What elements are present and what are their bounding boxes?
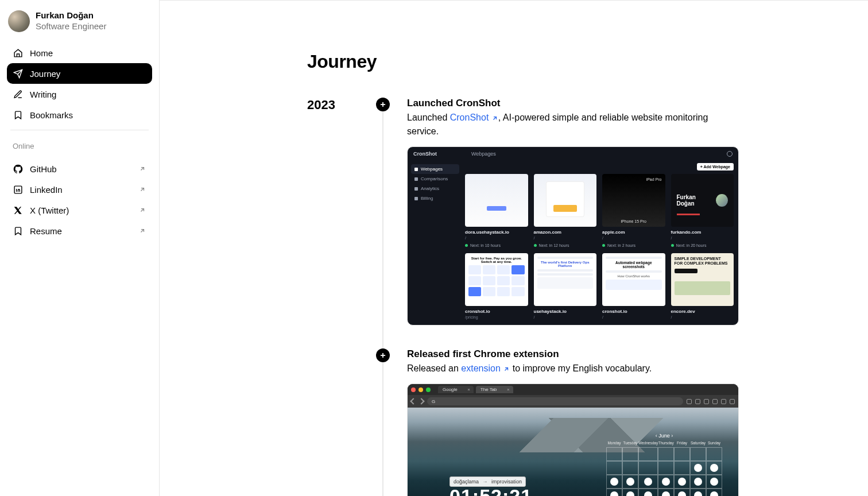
calendar: ‹ June › MondayTuesdayWednesdayThursdayF… [606,433,722,496]
calendar-weekday: Thursday [658,441,674,447]
browser-titlebar: Google× The Tab× [408,384,738,395]
nav-label: GitHub [30,164,57,174]
profile-name: Furkan Doğan [36,10,106,21]
sidebar-item-linkedin[interactable]: LinkedIn [7,179,152,200]
calendar-cell [690,475,706,489]
external-link-icon [138,185,146,193]
traffic-light-min-icon [418,388,423,392]
timeline-entry: Launched CronShot Launched CronShot , AI… [376,98,739,326]
timeline: 2023 Launched CronShot Launched CronShot [307,98,720,496]
calendar-cell [706,489,722,496]
nav-label: Writing [30,90,56,99]
cronshot-sidebar-item: Webpages [411,164,459,174]
calendar-cell [658,461,674,475]
main-content[interactable]: Journey 2023 Launched CronShot [160,0,868,496]
page-title: Journey [307,51,720,72]
sidebar: Furkan Doğan Software Engineer Home Jour… [0,0,160,496]
calendar-cell [606,461,622,475]
traffic-light-close-icon [411,388,416,392]
cronshot-top-tab: Webpages [471,151,496,157]
cronshot-screenshot: CronShot Webpages Webpages Comparisons A… [407,146,739,326]
calendar-cell [622,475,638,489]
browser-tab: The Tab× [476,386,513,393]
toolbar-icon [721,399,726,404]
entry-desc-post: to improve my English vocabulary. [510,363,652,373]
clock: 01:52:21 [450,485,532,496]
sidebar-item-github[interactable]: GitHub [7,158,152,179]
entry-desc-pre: Released an [407,363,461,373]
cronshot-sidebar-item: Analytics [411,184,459,193]
traffic-light-max-icon [426,388,431,392]
entry-desc-pre: Launched [407,113,450,122]
timeline-marker-icon [376,348,390,362]
sidebar-item-home[interactable]: Home [7,42,152,63]
calendar-cell [638,489,658,496]
url-input: G [427,397,683,405]
cronshot-sidebar-item: Comparisons [411,174,459,184]
online-section-label: Online [7,130,152,155]
external-link-icon [491,115,498,122]
calendar-cell [690,461,706,475]
newtab-background: doğaçlama → improvisation 01:52:21 ‹ Jun… [408,408,738,496]
nav-label: Journey [30,69,60,79]
nav-label: X (Twitter) [30,206,69,215]
calendar-cell [706,461,722,475]
calendar-cell [690,447,706,461]
nav-label: Resume [30,226,62,236]
calendar-cell [638,461,658,475]
toolbar-icon [687,399,692,404]
sidebar-item-writing[interactable]: Writing [7,84,152,104]
external-link-icon [503,366,510,373]
calendar-cell [622,461,638,475]
entry-title: Released first Chrome extension [407,348,739,360]
avatar [8,10,30,32]
profile-block[interactable]: Furkan Doğan Software Engineer [7,8,152,39]
gear-icon [727,151,733,157]
calendar-cell [690,489,706,496]
calendar-weekday: Saturday [690,441,706,447]
cronshot-sidebar-item: Billing [411,193,459,203]
online-nav: GitHub LinkedIn X (Twitter) [7,158,152,241]
close-icon: × [467,387,470,392]
calendar-weekday: Friday [674,441,690,447]
home-icon [13,48,23,58]
calendar-cell [674,447,690,461]
browser-urlbar: G [408,395,738,408]
cronshot-add-button: + Add Webpage [697,163,734,170]
calendar-cell [622,489,638,496]
toolbar-icon [730,399,735,404]
calendar-weekday: Sunday [706,441,722,447]
cronshot-grid: dora.usehaystack.io/ Next: in 10 hours a… [465,174,734,319]
cronshot-sidebar: Webpages Comparisons Analytics Billing [408,161,463,325]
calendar-cell [638,475,658,489]
close-icon: × [507,387,510,392]
linkedin-icon [13,184,23,195]
external-link-icon [138,227,146,235]
calendar-cell [658,475,674,489]
calendar-weekday: Monday [606,441,622,447]
toolbar-icon [712,399,718,404]
calendar-cell [674,475,690,489]
timeline-marker-icon [376,98,390,111]
bookmarks-icon [13,110,23,120]
nav-label: Bookmarks [30,110,73,120]
entry-link[interactable]: extension [461,363,510,373]
profile-title: Software Engineer [36,21,106,32]
sidebar-item-x-twitter[interactable]: X (Twitter) [7,200,152,220]
entry-link[interactable]: CronShot [450,113,498,122]
calendar-cell [658,489,674,496]
sidebar-item-resume[interactable]: Resume [7,220,152,241]
entry-description: Released an extension to improve my Engl… [407,362,739,375]
calendar-cell [606,475,622,489]
calendar-cell [606,447,622,461]
toolbar-icon [695,399,700,404]
sidebar-item-bookmarks[interactable]: Bookmarks [7,104,152,125]
nav-label: LinkedIn [30,185,63,195]
sidebar-item-journey[interactable]: Journey [7,63,152,84]
extension-screenshot: Google× The Tab× G [407,383,739,496]
x-icon [13,205,23,215]
timeline-entry: Released first Chrome extension Released… [376,348,739,496]
journey-icon [13,68,23,79]
cronshot-brand: CronShot [413,151,437,157]
calendar-weekday: Tuesday [622,441,638,447]
